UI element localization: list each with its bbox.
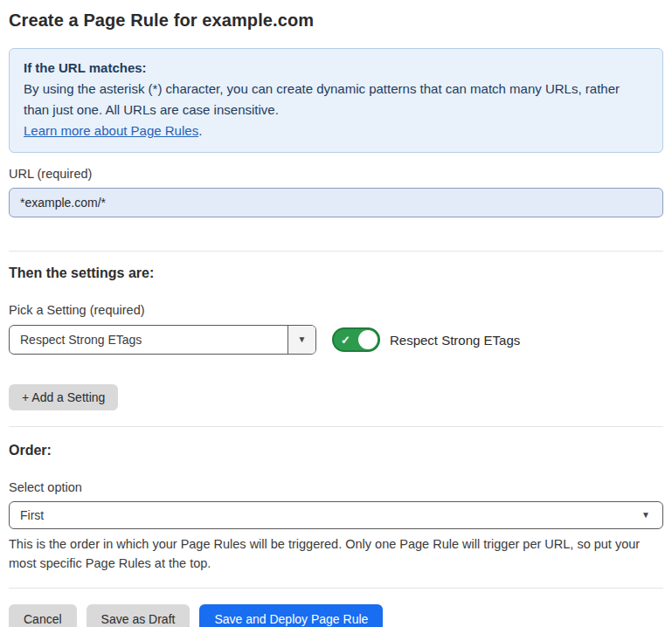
url-match-info-box: If the URL matches: By using the asteris… — [9, 48, 663, 153]
setting-picker-label: Pick a Setting (required) — [9, 302, 663, 318]
url-label: URL (required) — [9, 166, 663, 182]
settings-heading: Then the settings are: — [9, 265, 663, 282]
etags-toggle[interactable]: ✓ — [332, 327, 380, 352]
info-box-link-line: Learn more about Page Rules. — [24, 121, 648, 141]
section-divider — [9, 426, 663, 427]
link-suffix: . — [198, 123, 202, 138]
checkmark-icon: ✓ — [341, 334, 350, 346]
setting-select[interactable]: Respect Strong ETags ▼ — [9, 325, 316, 355]
order-select[interactable]: First ▼ — [9, 501, 663, 529]
footer-button-row: Cancel Save as Draft Save and Deploy Pag… — [9, 604, 663, 627]
chevron-down-icon: ▼ — [641, 511, 650, 520]
url-input[interactable] — [9, 188, 663, 217]
save-deploy-button[interactable]: Save and Deploy Page Rule — [199, 604, 383, 627]
chevron-down-icon: ▼ — [298, 335, 307, 344]
toggle-knob — [358, 330, 378, 349]
toggle-label: Respect Strong ETags — [390, 333, 520, 348]
setting-select-arrow-button[interactable]: ▼ — [288, 326, 315, 354]
order-help-text: This is the order in which your Page Rul… — [9, 534, 663, 573]
page-title: Create a Page Rule for example.com — [9, 9, 663, 31]
learn-more-link[interactable]: Learn more about Page Rules — [24, 123, 198, 138]
order-select-value: First — [10, 502, 641, 528]
order-select-label: Select option — [9, 479, 663, 495]
order-heading: Order: — [9, 442, 663, 459]
save-draft-button[interactable]: Save as Draft — [87, 604, 191, 627]
setting-select-value: Respect Strong ETags — [10, 326, 288, 354]
info-box-body: By using the asterisk (*) character, you… — [24, 79, 648, 121]
add-setting-button[interactable]: + Add a Setting — [9, 384, 118, 410]
setting-row: Respect Strong ETags ▼ ✓ Respect Strong … — [9, 325, 663, 355]
info-box-heading: If the URL matches: — [24, 58, 648, 79]
order-select-arrow: ▼ — [641, 502, 662, 528]
footer-divider — [9, 588, 663, 589]
section-divider — [9, 251, 663, 251]
cancel-button[interactable]: Cancel — [9, 604, 77, 627]
